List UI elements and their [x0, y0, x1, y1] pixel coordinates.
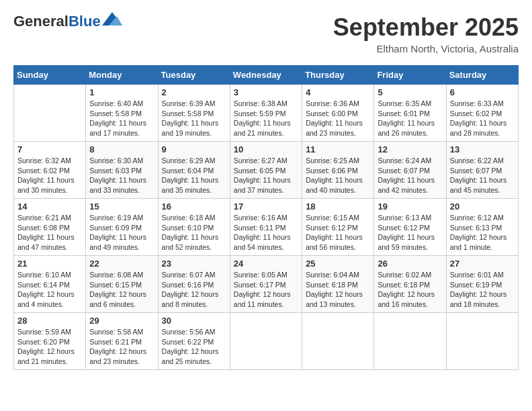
day-number: 19 — [378, 201, 442, 212]
day-number: 2 — [162, 87, 226, 97]
logo: GeneralBlue — [13, 13, 122, 30]
calendar-cell: 5Sunrise: 6:35 AMSunset: 6:01 PMDaylight… — [374, 85, 446, 142]
day-number: 20 — [450, 201, 515, 212]
cell-content: Sunrise: 6:27 AMSunset: 6:05 PMDaylight:… — [234, 156, 298, 195]
calendar-cell: 1Sunrise: 6:40 AMSunset: 5:58 PMDaylight… — [86, 85, 158, 142]
day-number: 26 — [378, 259, 442, 269]
calendar-cell: 22Sunrise: 6:08 AMSunset: 6:15 PMDayligh… — [86, 256, 158, 313]
cell-content: Sunrise: 6:07 AMSunset: 6:16 PMDaylight:… — [162, 270, 226, 310]
col-monday: Monday — [86, 66, 158, 85]
calendar-cell: 2Sunrise: 6:39 AMSunset: 5:58 PMDaylight… — [158, 85, 230, 142]
day-number: 17 — [234, 201, 298, 212]
day-number: 29 — [89, 316, 154, 326]
cell-content: Sunrise: 6:19 AMSunset: 6:09 PMDaylight:… — [89, 213, 154, 253]
cell-content: Sunrise: 6:22 AMSunset: 6:07 PMDaylight:… — [450, 156, 515, 195]
calendar-cell: 19Sunrise: 6:13 AMSunset: 6:12 PMDayligh… — [374, 199, 446, 256]
calendar-cell: 18Sunrise: 6:15 AMSunset: 6:12 PMDayligh… — [302, 199, 374, 256]
day-number: 15 — [89, 201, 154, 212]
calendar-week-2: 7Sunrise: 6:32 AMSunset: 6:02 PMDaylight… — [14, 142, 519, 199]
calendar-cell — [374, 313, 446, 370]
cell-content: Sunrise: 6:36 AMSunset: 6:00 PMDaylight:… — [306, 99, 370, 138]
calendar-cell: 3Sunrise: 6:38 AMSunset: 5:59 PMDaylight… — [230, 85, 302, 142]
day-number: 10 — [234, 144, 298, 154]
day-number: 1 — [89, 87, 154, 97]
col-tuesday: Tuesday — [158, 66, 230, 85]
calendar-cell: 7Sunrise: 6:32 AMSunset: 6:02 PMDaylight… — [14, 142, 86, 199]
day-number: 8 — [89, 144, 154, 154]
cell-content: Sunrise: 5:56 AMSunset: 6:22 PMDaylight:… — [162, 327, 226, 367]
cell-content: Sunrise: 6:38 AMSunset: 5:59 PMDaylight:… — [234, 99, 298, 138]
day-number: 23 — [162, 259, 226, 269]
cell-content: Sunrise: 6:10 AMSunset: 6:14 PMDaylight:… — [17, 270, 82, 310]
cell-content: Sunrise: 5:59 AMSunset: 6:20 PMDaylight:… — [17, 327, 82, 367]
title-section: September 2025 Eltham North, Victoria, A… — [333, 13, 519, 54]
cell-content: Sunrise: 6:33 AMSunset: 6:02 PMDaylight:… — [450, 99, 515, 138]
col-friday: Friday — [374, 66, 446, 85]
calendar-table: Sunday Monday Tuesday Wednesday Thursday… — [13, 65, 519, 370]
day-number: 3 — [234, 87, 298, 97]
calendar-cell: 28Sunrise: 5:59 AMSunset: 6:20 PMDayligh… — [14, 313, 86, 370]
calendar-cell: 26Sunrise: 6:02 AMSunset: 6:18 PMDayligh… — [374, 256, 446, 313]
calendar-cell: 10Sunrise: 6:27 AMSunset: 6:05 PMDayligh… — [230, 142, 302, 199]
cell-content: Sunrise: 6:12 AMSunset: 6:13 PMDaylight:… — [450, 213, 515, 253]
logo-text: GeneralBlue — [13, 13, 101, 30]
day-number: 22 — [89, 259, 154, 269]
header-row: Sunday Monday Tuesday Wednesday Thursday… — [14, 66, 519, 85]
calendar-cell: 21Sunrise: 6:10 AMSunset: 6:14 PMDayligh… — [14, 256, 86, 313]
col-wednesday: Wednesday — [230, 66, 302, 85]
day-number: 27 — [450, 259, 515, 269]
day-number: 28 — [17, 316, 82, 326]
calendar-cell: 15Sunrise: 6:19 AMSunset: 6:09 PMDayligh… — [86, 199, 158, 256]
cell-content: Sunrise: 6:39 AMSunset: 5:58 PMDaylight:… — [162, 99, 226, 138]
cell-content: Sunrise: 6:16 AMSunset: 6:11 PMDaylight:… — [234, 213, 298, 253]
day-number: 6 — [450, 87, 515, 97]
calendar-cell: 25Sunrise: 6:04 AMSunset: 6:18 PMDayligh… — [302, 256, 374, 313]
cell-content: Sunrise: 6:01 AMSunset: 6:19 PMDaylight:… — [450, 270, 515, 310]
calendar-cell: 9Sunrise: 6:29 AMSunset: 6:04 PMDaylight… — [158, 142, 230, 199]
day-number: 12 — [378, 144, 442, 154]
calendar-cell: 6Sunrise: 6:33 AMSunset: 6:02 PMDaylight… — [446, 85, 518, 142]
calendar-cell: 17Sunrise: 6:16 AMSunset: 6:11 PMDayligh… — [230, 199, 302, 256]
cell-content: Sunrise: 5:58 AMSunset: 6:21 PMDaylight:… — [89, 327, 154, 367]
calendar-cell — [230, 313, 302, 370]
cell-content: Sunrise: 6:30 AMSunset: 6:03 PMDaylight:… — [89, 156, 154, 195]
calendar-cell — [446, 313, 518, 370]
day-number: 16 — [162, 201, 226, 212]
cell-content: Sunrise: 6:02 AMSunset: 6:18 PMDaylight:… — [378, 270, 442, 310]
day-number: 25 — [306, 259, 370, 269]
page-header: GeneralBlue September 2025 Eltham North,… — [13, 13, 519, 54]
logo-blue: Blue — [69, 13, 101, 30]
cell-content: Sunrise: 6:35 AMSunset: 6:01 PMDaylight:… — [378, 99, 442, 138]
cell-content: Sunrise: 6:21 AMSunset: 6:08 PMDaylight:… — [17, 213, 82, 253]
calendar-week-5: 28Sunrise: 5:59 AMSunset: 6:20 PMDayligh… — [14, 313, 519, 370]
col-saturday: Saturday — [446, 66, 518, 85]
day-number: 4 — [306, 87, 370, 97]
logo-icon — [102, 12, 122, 26]
calendar-cell: 11Sunrise: 6:25 AMSunset: 6:06 PMDayligh… — [302, 142, 374, 199]
day-number: 24 — [234, 259, 298, 269]
day-number: 18 — [306, 201, 370, 212]
calendar-cell: 13Sunrise: 6:22 AMSunset: 6:07 PMDayligh… — [446, 142, 518, 199]
calendar-cell: 24Sunrise: 6:05 AMSunset: 6:17 PMDayligh… — [230, 256, 302, 313]
cell-content: Sunrise: 6:25 AMSunset: 6:06 PMDaylight:… — [306, 156, 370, 195]
calendar-cell — [302, 313, 374, 370]
day-number: 9 — [162, 144, 226, 154]
cell-content: Sunrise: 6:29 AMSunset: 6:04 PMDaylight:… — [162, 156, 226, 195]
calendar-week-4: 21Sunrise: 6:10 AMSunset: 6:14 PMDayligh… — [14, 256, 519, 313]
location: Eltham North, Victoria, Australia — [333, 43, 519, 54]
cell-content: Sunrise: 6:24 AMSunset: 6:07 PMDaylight:… — [378, 156, 442, 195]
calendar-week-1: 1Sunrise: 6:40 AMSunset: 5:58 PMDaylight… — [14, 85, 519, 142]
day-number: 14 — [17, 201, 82, 212]
cell-content: Sunrise: 6:15 AMSunset: 6:12 PMDaylight:… — [306, 213, 370, 253]
calendar-cell: 20Sunrise: 6:12 AMSunset: 6:13 PMDayligh… — [446, 199, 518, 256]
cell-content: Sunrise: 6:05 AMSunset: 6:17 PMDaylight:… — [234, 270, 298, 310]
col-sunday: Sunday — [14, 66, 86, 85]
calendar-cell — [14, 85, 86, 142]
day-number: 11 — [306, 144, 370, 154]
cell-content: Sunrise: 6:18 AMSunset: 6:10 PMDaylight:… — [162, 213, 226, 253]
calendar-cell: 14Sunrise: 6:21 AMSunset: 6:08 PMDayligh… — [14, 199, 86, 256]
col-thursday: Thursday — [302, 66, 374, 85]
cell-content: Sunrise: 6:32 AMSunset: 6:02 PMDaylight:… — [17, 156, 82, 195]
calendar-week-3: 14Sunrise: 6:21 AMSunset: 6:08 PMDayligh… — [14, 199, 519, 256]
calendar-cell: 23Sunrise: 6:07 AMSunset: 6:16 PMDayligh… — [158, 256, 230, 313]
